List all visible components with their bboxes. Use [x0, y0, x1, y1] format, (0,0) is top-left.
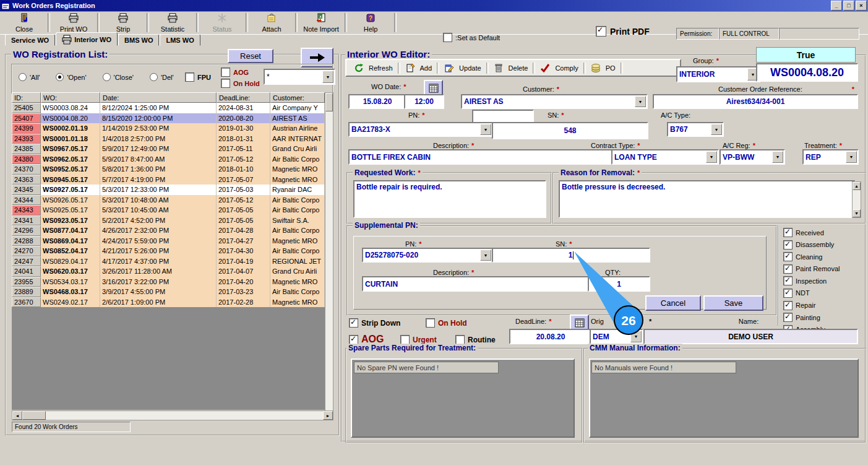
tab-lms-wo[interactable]: LMS WO: [160, 34, 200, 46]
filter-aog-checkbox[interactable]: AOG: [221, 67, 249, 77]
wo-row-24399[interactable]: 24399WS0002.01.191/14/2019 2:53:00 PM201…: [12, 123, 325, 134]
qty-field[interactable]: 1: [588, 276, 650, 292]
sn-field[interactable]: 548: [492, 122, 648, 139]
print-pdf-checkbox[interactable]: Print PDF: [596, 26, 650, 37]
customer-filter-dropdown[interactable]: * ▼: [264, 69, 335, 85]
wo-row-24343[interactable]: 24343WS0925.05.175/3/2017 10:45:00 AM201…: [12, 205, 325, 215]
editor-button-update[interactable]: Update: [439, 62, 486, 74]
editor-button-add[interactable]: Add: [400, 62, 437, 74]
maximize-icon[interactable]: □: [843, 1, 854, 11]
column-header-wo[interactable]: WO:: [41, 92, 100, 103]
wo-row-24296[interactable]: 24296WS0877.04.174/26/2017 2:32:00 PM201…: [12, 225, 325, 236]
chevron-down-icon[interactable]: ▼: [846, 151, 857, 163]
toolbar-button-close[interactable]: Close: [2, 12, 46, 33]
wo-row-24041[interactable]: 24041WS0620.03.173/26/2017 11:28:00 AM20…: [12, 266, 325, 277]
process-checkbox-painting[interactable]: Painting: [783, 313, 861, 322]
editor-button-po[interactable]: PO: [586, 62, 621, 74]
process-checkbox-paint-removal[interactable]: Paint Removal: [783, 264, 861, 274]
column-header-customer[interactable]: Customer:: [270, 92, 325, 103]
toolbar-button-note-import[interactable]: XNote Import: [299, 12, 343, 33]
tab-interior-wo[interactable]: Interior WO: [56, 32, 118, 46]
wo-list-horizontal-scrollbar[interactable]: ◄ ►: [12, 411, 333, 420]
process-checkbox-ndt[interactable]: NDT: [783, 289, 861, 298]
group-dropdown[interactable]: INTERIOR ▼: [676, 66, 760, 82]
wo-row-25405[interactable]: 25405WS0003.08.248/12/2024 1:25:00 PM202…: [12, 103, 325, 113]
reason-for-removal-textarea[interactable]: Bottle pressure is decreesed.: [559, 180, 856, 218]
wo-row-24385[interactable]: 24385WS0967.05.175/9/2017 12:49:00 PM201…: [12, 144, 325, 154]
supplemental-pn-dropdown[interactable]: D25278075-020 ▼: [362, 248, 493, 263]
urgent-checkbox[interactable]: Urgent: [400, 335, 437, 344]
process-checkbox-repair[interactable]: Repair: [783, 301, 861, 310]
wo-row-24270[interactable]: 24270WS0852.04.174/21/2017 5:26:00 PM201…: [12, 246, 325, 256]
routine-checkbox[interactable]: Routine: [455, 335, 496, 344]
wo-row-24341[interactable]: 24341WS0923.05.175/2/2017 4:52:00 PM2017…: [12, 215, 325, 226]
wo-row-24370[interactable]: 24370WS0952.05.175/8/2017 1:36:00 PM2018…: [12, 164, 325, 175]
wo-row-23670[interactable]: 23670WS0249.02.172/6/2017 1:09:00 PM2017…: [12, 297, 325, 308]
description-field[interactable]: BOTTLE FIREX CABIN: [348, 149, 614, 165]
wo-row-24344[interactable]: 24344WS0926.05.175/3/2017 10:48:00 AM201…: [12, 195, 325, 206]
wo-row-23955[interactable]: 23955WS0534.03.173/16/2017 3:22:00 PM201…: [12, 277, 325, 287]
filter-fpu-checkbox[interactable]: FPU: [185, 72, 211, 82]
toolbar-button-print-wo[interactable]: Print WO: [52, 12, 95, 33]
tab-service-wo[interactable]: Service WO: [5, 34, 55, 46]
chevron-down-icon[interactable]: ▼: [772, 151, 783, 163]
contract-type-dropdown[interactable]: LOAN TYPE ▼: [611, 149, 719, 165]
requested-work-textarea[interactable]: Bottle repair is required.: [353, 180, 546, 218]
chevron-down-icon[interactable]: ▼: [635, 96, 646, 107]
column-header-deadline[interactable]: DeadLine:: [217, 92, 270, 103]
wo-row-24345[interactable]: 24345WS0927.05.175/3/2017 12:33:00 PM201…: [12, 185, 325, 195]
reason-vertical-scrollbar[interactable]: ▲ ▼: [852, 181, 861, 218]
filter-on-hold-checkbox[interactable]: On Hold: [221, 79, 260, 88]
tab-bms-wo[interactable]: BMS WO: [118, 34, 159, 46]
filter-radio-open[interactable]: 'Open': [56, 73, 86, 81]
process-checkbox-disassembly[interactable]: Disassembly: [783, 240, 861, 250]
editor-button-delete[interactable]: Delete: [489, 62, 533, 74]
ac-type-dropdown[interactable]: B767 ▼: [667, 122, 724, 137]
editor-button-comply[interactable]: Comply: [535, 62, 583, 74]
process-checkbox-inspection[interactable]: Inspection: [783, 276, 861, 285]
chevron-down-icon[interactable]: ▼: [480, 250, 491, 261]
filter-radio-close[interactable]: 'Close': [103, 73, 134, 81]
deadline-field[interactable]: 20.08.20: [509, 329, 592, 344]
wo-time-field[interactable]: 12:00: [404, 94, 444, 109]
set-as-default-checkbox[interactable]: :Set as Default: [443, 33, 500, 42]
pn-dropdown[interactable]: BA21783-X ▼: [348, 122, 493, 137]
wo-list-vertical-scrollbar[interactable]: [325, 92, 333, 411]
minimize-icon[interactable]: _: [831, 1, 842, 11]
reset-button[interactable]: Reset: [228, 49, 273, 63]
wo-row-24288[interactable]: 24288WS0869.04.174/24/2017 5:59:00 PM201…: [12, 236, 325, 246]
originator-dropdown[interactable]: DEM ▼: [590, 329, 643, 344]
strip-down-checkbox[interactable]: Strip Down: [349, 318, 400, 328]
scroll-left-icon[interactable]: ◄: [12, 411, 22, 420]
column-header-date[interactable]: Date:: [100, 92, 217, 103]
supplemental-description-field[interactable]: CURTAIN: [362, 276, 589, 292]
chevron-down-icon[interactable]: ▼: [706, 151, 717, 163]
ac-reg-dropdown[interactable]: VP-BWW ▼: [720, 149, 785, 165]
wo-row-24393[interactable]: 24393WS0001.01.181/4/2018 2:57:00 PM2018…: [12, 134, 325, 144]
toolbar-button-strip[interactable]: Strip: [101, 12, 145, 33]
editor-button-refresh[interactable]: Refresh: [349, 62, 398, 74]
toolbar-button-attach[interactable]: Attach: [250, 12, 293, 33]
supplemental-sn-field[interactable]: 1: [492, 248, 650, 263]
on-hold-checkbox[interactable]: On Hold: [426, 318, 467, 328]
save-button[interactable]: Save: [703, 295, 763, 311]
wo-row-23889[interactable]: 23889WS0468.03.173/9/2017 4:55:00 PM2017…: [12, 287, 325, 297]
wo-row-24363[interactable]: 24363WS0945.05.175/7/2017 4:19:00 PM2017…: [12, 175, 325, 185]
toolbar-button-statistic[interactable]: Statistic: [151, 12, 194, 33]
toolbar-button-status[interactable]: Status: [200, 12, 244, 33]
wo-row-25407[interactable]: 25407WS0004.08.208/15/2020 12:00:00 PM20…: [12, 113, 325, 124]
close-window-icon[interactable]: ×: [856, 1, 867, 11]
wo-row-24380[interactable]: 24380WS0962.05.175/9/2017 8:47:00 AM2017…: [12, 154, 325, 165]
customer-dropdown[interactable]: AIREST AS ▼: [461, 94, 648, 109]
scroll-up-icon[interactable]: ▲: [853, 182, 861, 190]
scroll-down-icon[interactable]: ▼: [853, 209, 861, 217]
wo-row-24247[interactable]: 24247WS0829.04.174/17/2017 4:37:00 PM201…: [12, 256, 325, 267]
chevron-down-icon[interactable]: ▼: [711, 124, 722, 135]
process-checkbox-received[interactable]: Received: [783, 228, 861, 237]
scrollbar-thumb[interactable]: [22, 411, 46, 420]
filter-radio-del[interactable]: 'Del': [150, 73, 174, 81]
scroll-right-icon[interactable]: ►: [323, 411, 333, 420]
customer-order-ref-field[interactable]: Airest634/34-001: [653, 94, 858, 109]
toolbar-button-help[interactable]: ?Help: [349, 12, 392, 33]
cancel-button[interactable]: Cancel: [645, 295, 701, 311]
